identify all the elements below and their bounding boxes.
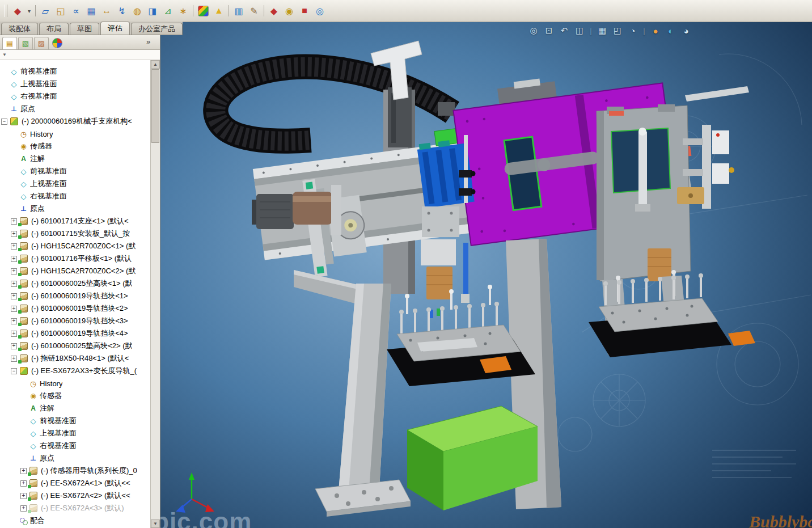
tree-expander[interactable] bbox=[11, 256, 17, 262]
displaymanager-tab[interactable] bbox=[52, 38, 62, 48]
tree-expander[interactable] bbox=[20, 493, 27, 499]
flyout-caret-icon[interactable]: ▾ bbox=[26, 4, 33, 18]
edit-appearance-icon[interactable] bbox=[198, 6, 209, 16]
tree-item[interactable]: 配合 bbox=[0, 514, 150, 527]
tree-expander[interactable] bbox=[11, 331, 17, 337]
mass-properties-icon[interactable]: ◉ bbox=[282, 4, 297, 18]
display-style-icon[interactable]: ◰ bbox=[612, 25, 623, 36]
tree-item[interactable]: 上视基准面 bbox=[0, 78, 150, 90]
tree-item[interactable]: (-) EE-SX672A<2> (默认<< bbox=[0, 489, 150, 502]
tree-item[interactable]: (-) 60100060025垫高块<2> (默 bbox=[0, 340, 150, 352]
tree-item[interactable]: 注解 bbox=[0, 402, 150, 415]
assembly-features-icon[interactable]: ◨ bbox=[145, 4, 160, 18]
scroll-up-button[interactable]: ▲ bbox=[151, 60, 160, 69]
tree-item[interactable]: 注解 bbox=[0, 153, 150, 165]
tree-item[interactable]: (-) 60100060019导轨挡块<3> bbox=[0, 315, 150, 327]
tree-item[interactable]: (-) 60100060019导轨挡块<2> bbox=[0, 302, 150, 315]
hide-show-items-icon[interactable]: ◔ bbox=[627, 25, 638, 36]
tree-item[interactable]: 原点 bbox=[0, 202, 150, 215]
edit-appearance-icon[interactable]: ● bbox=[650, 25, 661, 36]
tree-item[interactable]: (-) 60100060025垫高块<1> (默 bbox=[0, 277, 150, 290]
edit-component-icon[interactable]: ▱ bbox=[38, 4, 53, 18]
tree-item[interactable]: 传感器 bbox=[0, 390, 150, 402]
view-settings-icon[interactable]: ◕ bbox=[680, 25, 692, 36]
tree-item[interactable]: (-) HGH15CA2R700Z0C<2> (默 bbox=[0, 265, 150, 277]
scroll-down-button[interactable]: ▼ bbox=[151, 519, 160, 528]
tree-expander[interactable] bbox=[20, 480, 27, 487]
tree-expander[interactable] bbox=[11, 218, 17, 225]
tree-item[interactable]: (-) EE-SX672AX3+变长度导轨_( bbox=[0, 365, 150, 377]
toolbar-grip[interactable] bbox=[5, 5, 7, 17]
tab-evaluate[interactable]: 评估 bbox=[100, 22, 130, 35]
tree-item[interactable]: 前视基准面 bbox=[0, 165, 150, 178]
tree-item[interactable]: 前视基准面 bbox=[0, 65, 150, 78]
sensor-rod-blue[interactable] bbox=[463, 243, 468, 295]
zoom-to-fit-icon[interactable]: ◎ bbox=[528, 25, 539, 36]
tree-item[interactable]: (-) 601001714支座<1> (默认< bbox=[0, 215, 150, 227]
simulation-icon[interactable]: ◆ bbox=[267, 4, 281, 18]
tree-item[interactable]: 前视基准面 bbox=[0, 415, 150, 427]
tree-expander[interactable] bbox=[11, 318, 17, 324]
apply-scene-icon[interactable]: ◐ bbox=[665, 25, 676, 36]
tree-expander[interactable] bbox=[11, 293, 17, 299]
featuremanager-filter-row[interactable]: ▼ bbox=[0, 50, 160, 60]
tree-item[interactable]: (-) 60100060019导轨挡块<4> bbox=[0, 327, 150, 340]
tree-expander[interactable] bbox=[11, 243, 17, 250]
tree-item[interactable]: (-) 20000060169机械手支座机构< bbox=[0, 115, 150, 128]
interference-detection-icon[interactable]: ▲ bbox=[212, 4, 226, 18]
tree-expander[interactable] bbox=[11, 306, 17, 312]
tree-item[interactable]: (-) 60100060019导轨挡块<1> bbox=[0, 290, 150, 302]
filter-dropdown-icon[interactable]: ▼ bbox=[2, 52, 7, 57]
tree-item[interactable]: (-) 拖链18X50-R48<1> (默认< bbox=[0, 352, 150, 365]
web-help-icon[interactable]: ◎ bbox=[312, 4, 327, 18]
zoom-to-area-icon[interactable]: ⊡ bbox=[543, 25, 555, 36]
scrollbar-thumb[interactable] bbox=[151, 69, 159, 143]
show-hidden-components-icon[interactable]: ◍ bbox=[130, 4, 145, 18]
tab-layout[interactable]: 布局 bbox=[39, 23, 69, 35]
tree-item[interactable]: 右视基准面 bbox=[0, 190, 150, 202]
assembly-visualization-icon[interactable]: ▥ bbox=[231, 4, 246, 18]
previous-view-icon[interactable]: ↶ bbox=[559, 25, 570, 36]
tree-expander[interactable] bbox=[11, 368, 17, 374]
tree-item[interactable]: (-) 传感器用导轨(系列长度)_0 bbox=[0, 464, 150, 477]
reference-geometry-icon[interactable]: ⊿ bbox=[160, 4, 175, 18]
tree-item[interactable]: 原点 bbox=[0, 452, 150, 464]
smart-fasteners-icon[interactable]: ↯ bbox=[115, 4, 129, 18]
tree-item[interactable]: (-) 601001716平移板<1> (默认 bbox=[0, 252, 150, 265]
tree-item[interactable]: 右视基准面 bbox=[0, 440, 150, 452]
insert-components-icon[interactable]: ◱ bbox=[53, 4, 68, 18]
tree-item[interactable]: History bbox=[0, 377, 150, 390]
tab-sketch[interactable]: 草图 bbox=[70, 23, 99, 35]
configurationmanager-tab[interactable]: ▨ bbox=[34, 37, 49, 49]
tree-expander[interactable] bbox=[20, 505, 27, 512]
graphics-viewport[interactable]: ◎ ⊡ ↶ ◫ | ▦ ◰ ◔ | ● ◐ ◕ bbox=[160, 22, 812, 528]
tree-item[interactable]: (-) 601001715安装板_默认_按 bbox=[0, 227, 150, 240]
tree-item[interactable]: 上视基准面 bbox=[0, 178, 150, 190]
tree-item[interactable]: 传感器 bbox=[0, 140, 150, 153]
tree-item[interactable]: (-) EE-SX672A<1> (默认<< bbox=[0, 477, 150, 489]
tree-expander[interactable] bbox=[11, 343, 17, 349]
tree-item[interactable]: 原点 bbox=[0, 103, 150, 115]
guide-cylinder[interactable] bbox=[638, 132, 647, 206]
tree-expander[interactable] bbox=[11, 268, 17, 274]
tree-expander[interactable] bbox=[1, 119, 7, 125]
tab-office-products[interactable]: 办公室产品 bbox=[131, 23, 183, 35]
instant3d-icon[interactable]: ✎ bbox=[247, 4, 261, 18]
view-orientation-icon[interactable]: ▦ bbox=[597, 25, 608, 36]
featuremanager-tree-tab[interactable]: ▤ bbox=[2, 37, 17, 49]
tree-expander[interactable] bbox=[11, 281, 17, 287]
exploded-view-icon[interactable]: ∗ bbox=[176, 4, 191, 18]
tree-expander[interactable] bbox=[11, 231, 17, 237]
mate-icon[interactable]: ∝ bbox=[69, 4, 83, 18]
tree-expander[interactable] bbox=[11, 356, 17, 362]
panel-expand-chevron[interactable]: » bbox=[146, 37, 150, 46]
tab-assembly[interactable]: 装配体 bbox=[1, 23, 38, 35]
tree-item[interactable]: 右视基准面 bbox=[0, 90, 150, 103]
propertymanager-tab[interactable]: ▧ bbox=[18, 37, 33, 49]
record-macro-icon[interactable]: ■ bbox=[297, 4, 312, 18]
move-component-icon[interactable]: ↔ bbox=[99, 4, 114, 18]
section-view-icon[interactable]: ◫ bbox=[574, 25, 585, 36]
tree-item[interactable]: History bbox=[0, 128, 150, 140]
linear-component-pattern-icon[interactable]: ▦ bbox=[84, 4, 99, 18]
tree-scrollbar[interactable]: ▲ ▼ bbox=[150, 60, 160, 528]
